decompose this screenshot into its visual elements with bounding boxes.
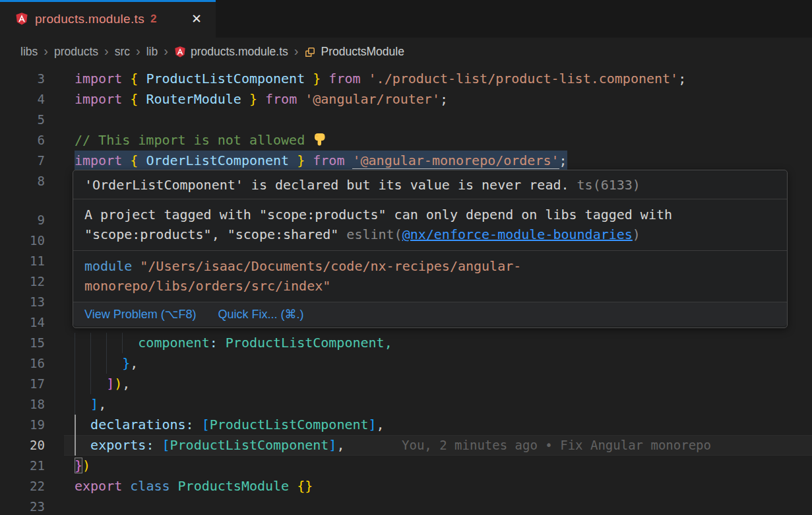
code-token: {: [130, 153, 138, 168]
class-icon: [304, 46, 316, 58]
line-number: 23: [0, 497, 45, 515]
code-token: }: [249, 91, 257, 107]
code-line-text: exports: [ProductListComponent],: [75, 435, 344, 456]
code-token: class: [130, 478, 177, 494]
line-number: 15: [0, 333, 45, 353]
code-line-text: import { ProductListComponent } from './…: [75, 69, 686, 89]
code-token: [218, 335, 226, 351]
code-token: [75, 376, 106, 392]
line-number: 7: [0, 151, 45, 171]
code-line-7[interactable]: 7import { OrderListComponent } from '@an…: [0, 151, 812, 171]
breadcrumb-separator: ›: [104, 44, 109, 59]
popup-section-ts-error: 'OrderListComponent' is declared but its…: [73, 170, 787, 199]
code-token: [: [202, 417, 210, 432]
breadcrumb-item-libs[interactable]: libs: [20, 45, 38, 59]
code-token: exports:: [90, 437, 154, 453]
code-line-23[interactable]: 23: [0, 497, 812, 515]
tab-products-module[interactable]: products.module.ts 2 ✕: [0, 0, 216, 38]
code-token: ,: [122, 376, 130, 392]
tab-strip: products.module.ts 2 ✕: [0, 0, 812, 38]
eslint-rule-link[interactable]: @nx/enforce-module-boundaries: [402, 226, 633, 242]
code-line-19[interactable]: 19 declarations: [ProductListComponent],: [0, 415, 812, 435]
code-line-text: ],: [75, 394, 106, 415]
close-icon[interactable]: ✕: [191, 13, 202, 25]
breadcrumb-item-products[interactable]: products: [54, 45, 98, 59]
line-number: 21: [0, 456, 45, 476]
code-token: from: [257, 91, 305, 107]
code-token: ;: [678, 71, 686, 86]
code-token: [194, 417, 202, 432]
breadcrumb: libs›products›src›lib›products.module.ts…: [0, 38, 812, 66]
hover-popup-actions: View Problem (⌥F8) Quick Fix... (⌘.): [73, 302, 787, 326]
code-line-16[interactable]: 16 },: [0, 353, 812, 374]
line-number: 6: [0, 130, 45, 151]
code-line-5[interactable]: 5: [0, 110, 812, 130]
line-number: 16: [0, 353, 45, 374]
code-token: from: [321, 71, 368, 86]
breadcrumb-item-products-module-ts[interactable]: products.module.ts: [174, 45, 288, 59]
line-number: 4: [0, 89, 45, 110]
code-token: ]: [90, 396, 98, 412]
code-line-6[interactable]: 6// This import is not allowed: [0, 130, 812, 151]
breadcrumb-separator: ›: [164, 44, 168, 59]
code-line-18[interactable]: 18 ],: [0, 394, 812, 415]
line-number: 19: [0, 415, 45, 435]
code-token: }: [122, 355, 130, 371]
popup-text-row: 'OrderListComponent' is declared but its…: [84, 170, 787, 199]
hover-popup: 'OrderListComponent' is declared but its…: [73, 170, 788, 328]
breadcrumb-separator: ›: [136, 44, 141, 59]
code-token: ;: [440, 91, 448, 107]
quick-fix-button[interactable]: Quick Fix... (⌘.): [218, 307, 303, 322]
line-number: 5: [0, 110, 45, 130]
code-line-3[interactable]: 3import { ProductListComponent } from '.…: [0, 69, 812, 89]
line-number: 8: [0, 171, 45, 191]
breadcrumb-item-lib[interactable]: lib: [146, 45, 158, 59]
tab-problems-badge: 2: [150, 13, 156, 26]
code-line-15[interactable]: 15 component: ProductListComponent,: [0, 333, 812, 353]
popup-text: ts(6133): [569, 177, 640, 193]
code-token: ,: [377, 417, 385, 432]
code-token: [75, 437, 90, 453]
breadcrumb-item-productsmodule[interactable]: ProductsModule: [304, 45, 404, 59]
popup-section-module-path: module "/Users/isaac/Documents/code/nx-r…: [73, 251, 787, 302]
code-token: ,: [130, 355, 138, 371]
code-line-text: ]),: [75, 374, 130, 394]
popup-text-row: "scope:products", "scope:shared" eslint(…: [84, 224, 787, 244]
code-token: ]: [106, 376, 114, 392]
line-number: 12: [0, 271, 45, 292]
code-token: ProductListComponent: [210, 417, 369, 432]
code-token: RouterModule: [138, 91, 249, 107]
code-token: ,: [98, 396, 106, 412]
code-line-21[interactable]: 21}): [0, 456, 812, 476]
code-token: [75, 396, 90, 412]
line-number: 11: [0, 251, 45, 271]
code-token: '@angular-monorepo/orders': [352, 153, 559, 169]
code-token: './product-list/product-list.component': [369, 71, 679, 86]
code-token: {: [130, 71, 138, 86]
code-line-22[interactable]: 22export class ProductsModule {}: [0, 476, 812, 497]
code-line-text: },: [75, 353, 138, 374]
code-token: }: [297, 153, 305, 168]
popup-text-row: module "/Users/isaac/Documents/code/nx-r…: [84, 256, 787, 276]
code-line-4[interactable]: 4import { RouterModule } from '@angular/…: [0, 89, 812, 110]
code-token: ): [82, 458, 90, 473]
breadcrumb-item-src[interactable]: src: [115, 45, 130, 59]
code-token: OrderListComponent: [138, 153, 297, 168]
view-problem-button[interactable]: View Problem (⌥F8): [84, 307, 196, 322]
code-token: ProductListComponent: [226, 335, 385, 351]
line-number: 3: [0, 69, 45, 89]
code-line-17[interactable]: 17 ]),: [0, 374, 812, 394]
code-line-text: component: ProductListComponent,: [75, 333, 392, 353]
code-token: import: [75, 91, 130, 107]
code-line-text: export class ProductsModule {}: [75, 476, 313, 497]
code-token: '@angular/router': [305, 91, 440, 107]
code-token: component: [138, 335, 209, 351]
code-token: from: [305, 153, 352, 168]
popup-text-row: A project tagged with "scope:products" c…: [84, 205, 787, 224]
code-line-text: // This import is not allowed: [75, 130, 327, 151]
active-tab-accent-bar: [0, 0, 216, 2]
popup-text: monorepo/libs/orders/src/index": [84, 278, 330, 294]
code-line-20[interactable]: 20 exports: [ProductListComponent],You, …: [0, 435, 812, 456]
code-token: export: [75, 478, 130, 494]
code-line-text: declarations: [ProductListComponent],: [75, 415, 385, 435]
